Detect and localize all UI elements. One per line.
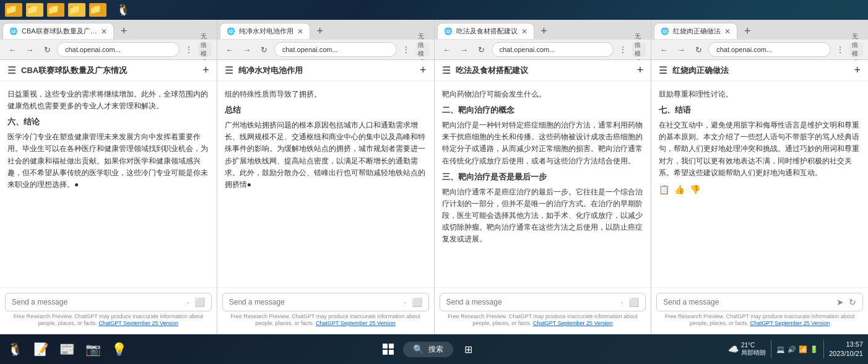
chat-input-area-3: · ⬜ Free Research Preview. ChatGPT may p…	[435, 287, 651, 334]
content-h2-2: 总结	[225, 104, 427, 117]
taskbar-news-icon[interactable]: 📰	[54, 337, 79, 362]
hamburger-1[interactable]: ☰	[7, 64, 16, 76]
hamburger-4[interactable]: ☰	[659, 64, 667, 76]
folder-icon-3[interactable]: 📁	[47, 3, 64, 17]
disclaimer-link-3[interactable]: ChatGPT September 25 Version	[533, 320, 613, 326]
back-btn-2[interactable]: ←	[222, 42, 237, 57]
chat-input-4[interactable]	[663, 298, 831, 306]
chat-disclaimer-3: Free Research Preview. ChatGPT may produ…	[440, 311, 646, 329]
chat-input-2[interactable]	[229, 298, 399, 306]
new-tab-btn-1[interactable]: +	[115, 22, 132, 40]
chat-input-3[interactable]	[446, 298, 617, 306]
chat-send-arrow-4[interactable]: ➤	[836, 297, 844, 307]
back-btn-4[interactable]: ←	[656, 42, 671, 57]
extensions-btn-2[interactable]: ⋮	[399, 43, 413, 56]
address-input-1[interactable]	[57, 42, 180, 57]
content-h2-1: 六、结论	[7, 116, 209, 129]
content-p-2: 医学冷门专业在塑造健康管理未来发展方向中发挥着重要作用。毕业生可以在各种医疗和健…	[7, 131, 209, 191]
refresh-btn-4[interactable]: ↻	[691, 42, 706, 57]
disclaimer-link-4[interactable]: ChatGPT September 25 Version	[750, 320, 830, 326]
tab-4-active[interactable]: 🌐 红烧肉正确做法 ✕	[654, 23, 737, 39]
tab-2-active[interactable]: 🌐 纯净水对电池作用 ✕	[220, 23, 310, 39]
tab-bar-4: 🌐 红烧肉正确做法 ✕ +	[651, 20, 868, 40]
taskbar-camera-icon[interactable]: 📷	[80, 337, 105, 362]
tab-close-1[interactable]: ✕	[101, 27, 107, 36]
network-icon[interactable]: 📶	[799, 345, 807, 353]
taskbar-qq-icon[interactable]: 🐧	[2, 337, 27, 362]
chat-content-2: 组的特殊性质而导致了拥挤。 总结 广州地铁站拥挤问题的根本原因包括城市人口和通勤…	[217, 81, 434, 287]
refresh-btn-2[interactable]: ↻	[257, 42, 272, 57]
chat-input-area-1: · ⬜ Free Research Preview. ChatGPT may p…	[0, 287, 217, 334]
chat-refresh-btn-4[interactable]: ↻	[849, 297, 856, 307]
new-chat-btn-4[interactable]: +	[854, 64, 861, 77]
incognito-badge-2: 无痕模式	[415, 43, 429, 56]
tab-favicon-4: 🌐	[661, 27, 669, 36]
taskbar-clock[interactable]: 13:57 2023/10/21	[829, 340, 863, 359]
hamburger-2[interactable]: ☰	[225, 64, 233, 76]
feedback-icons-4: 📋 👍 👎	[659, 183, 861, 196]
refresh-btn-3[interactable]: ↻	[474, 42, 489, 57]
copy-icon-4[interactable]: 📋	[659, 183, 669, 196]
tab-title-4: 红烧肉正确做法	[673, 27, 721, 36]
chat-send-square-3[interactable]: ⬜	[628, 297, 639, 307]
chat-input-area-4: ➤ ↻ Free Research Preview. ChatGPT may p…	[651, 287, 868, 334]
new-tab-btn-3[interactable]: +	[536, 22, 553, 40]
tab-close-2[interactable]: ✕	[297, 27, 303, 36]
chat-input-1[interactable]	[12, 298, 182, 306]
divider	[771, 340, 771, 358]
incognito-badge-4: 无痕模式	[849, 43, 863, 56]
address-input-2[interactable]	[274, 42, 397, 57]
back-btn-3[interactable]: ←	[440, 42, 454, 57]
tab-close-3[interactable]: ✕	[521, 27, 527, 36]
start-button[interactable]	[376, 337, 401, 362]
divider2	[823, 340, 824, 358]
folder-icon-1[interactable]: 📁	[5, 3, 22, 17]
forward-btn-2[interactable]: →	[240, 42, 254, 57]
taskbar-notepad-icon[interactable]: 📝	[28, 337, 53, 362]
extensions-btn-4[interactable]: ⋮	[833, 43, 847, 56]
disclaimer-link-2[interactable]: ChatGPT September 25 Version	[316, 320, 396, 326]
disclaimer-link-1[interactable]: ChatGPT September 25 Version	[98, 320, 178, 326]
tab-1-active[interactable]: 🌐 CBA联赛球队数量及广东情况 ✕	[2, 23, 114, 39]
speaker-icon[interactable]: 🔊	[788, 345, 796, 353]
tab-close-4[interactable]: ✕	[724, 27, 731, 36]
back-btn-1[interactable]: ←	[5, 42, 20, 57]
chat-title-3: 吃法及食材搭配建议	[456, 65, 637, 76]
hamburger-3[interactable]: ☰	[442, 64, 451, 76]
forward-btn-1[interactable]: →	[22, 42, 37, 57]
browser-window-4: 🌐 红烧肉正确做法 ✕ + ← → ↻ ⋮ 无痕模式	[651, 20, 868, 334]
chat-input-box-3: · ⬜	[440, 293, 646, 311]
forward-btn-4[interactable]: →	[674, 42, 688, 57]
taskbar-center: 🔍 搜索 ⊞	[134, 337, 723, 362]
taskbar-gpt-icon[interactable]: 💡	[106, 337, 131, 362]
tab-3-active[interactable]: 🌐 吃法及食材搭配建议 ✕	[437, 23, 534, 39]
extensions-btn-3[interactable]: ⋮	[616, 43, 630, 56]
task-view-btn[interactable]: ⊞	[456, 337, 480, 362]
address-input-4[interactable]	[708, 42, 831, 57]
chat-send-square-1[interactable]: ⬜	[194, 297, 205, 307]
chat-send-square-2[interactable]: ⬜	[412, 297, 422, 307]
taskbar-search[interactable]: 🔍 搜索	[403, 342, 453, 357]
taskbar: 🐧 📝 📰 📷 💡 🔍 搜索 ⊞ ☁️	[0, 334, 868, 364]
address-input-3[interactable]	[492, 42, 614, 57]
new-tab-btn-2[interactable]: +	[311, 22, 329, 40]
browser-chrome-2: 🌐 纯净水对电池作用 ✕ + ← → ↻ ⋮ 无痕模式	[217, 20, 434, 60]
tab-bar-1: 🌐 CBA联赛球队数量及广东情况 ✕ +	[0, 20, 217, 40]
forward-btn-3[interactable]: →	[457, 42, 472, 57]
thumbs-down-icon-4[interactable]: 👎	[690, 183, 700, 196]
new-chat-btn-1[interactable]: +	[202, 64, 209, 77]
desktop: 📁 📁 📁 📁 📁 🐧 🌐 CBA联赛球队数量及广东情况 ✕ +	[0, 0, 868, 364]
addr-icons-2: ⋮ 无痕模式	[399, 43, 429, 56]
folder-icon-2[interactable]: 📁	[26, 3, 43, 17]
refresh-btn-1[interactable]: ↻	[40, 42, 54, 57]
thumbs-up-icon-4[interactable]: 👍	[674, 183, 685, 196]
top-folder-icons: 📁 📁 📁 📁 📁	[5, 3, 106, 17]
new-chat-btn-2[interactable]: +	[420, 64, 427, 77]
extensions-btn-1[interactable]: ⋮	[182, 43, 196, 56]
new-chat-btn-3[interactable]: +	[637, 64, 644, 77]
folder-icon-5[interactable]: 📁	[89, 3, 106, 17]
tab-title-3: 吃法及食材搭配建议	[456, 27, 518, 36]
new-tab-btn-4[interactable]: +	[739, 22, 756, 40]
chat-send-dot-2: ·	[404, 297, 407, 307]
folder-icon-4[interactable]: 📁	[68, 3, 85, 17]
